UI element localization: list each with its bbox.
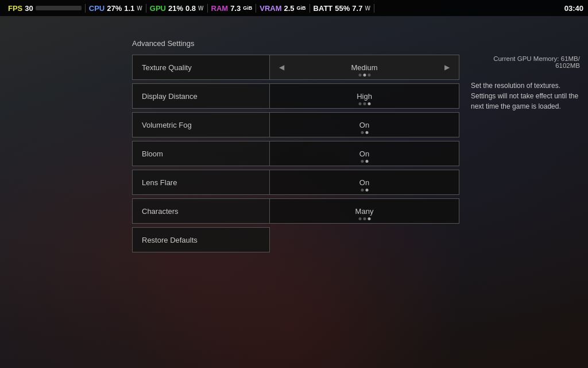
settings-row[interactable]: BloomOn [132, 141, 459, 166]
setting-value-text-1: High [357, 92, 372, 101]
hud-cpu-section: CPU 27% 1.1W [86, 4, 146, 13]
dot-indicator [365, 189, 368, 191]
setting-label-1: Display Distance [132, 83, 270, 109]
hud-gpu-section: GPU 21% 0.8W [146, 4, 208, 13]
dot-indicator [368, 102, 370, 105]
setting-value-text-0: Medium [351, 63, 377, 72]
batt-percent: 55% [335, 4, 350, 13]
dot-indicator [365, 160, 368, 163]
setting-label-5: Characters [132, 198, 270, 224]
hud-vram-section: VRAM 2.5GiB [256, 4, 310, 13]
dot-indicator [363, 102, 366, 105]
vram-unit: GiB [297, 5, 306, 11]
settings-row[interactable]: Display DistanceHigh [132, 83, 459, 109]
fps-value: 30 [25, 4, 33, 13]
setting-value-text-5: Many [355, 207, 374, 216]
gpu-memory-value: 61MB/ 6102MB [555, 55, 580, 69]
setting-value-4[interactable]: On [270, 170, 459, 195]
settings-row[interactable]: CharactersMany [132, 198, 459, 224]
dot-indicator [363, 217, 366, 220]
dot-indicator [368, 217, 370, 220]
cpu-watts: 1.1 [124, 4, 134, 13]
cpu-percent: 27% [107, 4, 122, 13]
restore-defaults-row[interactable]: Restore Defaults [132, 227, 459, 252]
hud-bar: FPS 30 CPU 27% 1.1W GPU 21% 0.8W RAM 7.3… [0, 0, 588, 16]
setting-value-text-3: On [359, 150, 369, 158]
setting-label-3: Bloom [132, 141, 270, 166]
setting-value-1[interactable]: High [270, 83, 459, 109]
batt-watts: 7.7 [352, 4, 362, 13]
restore-defaults-label[interactable]: Restore Defaults [132, 227, 270, 252]
dot-indicator [358, 74, 361, 76]
hud-batt-section: BATT 55% 7.7W [310, 4, 374, 13]
setting-label-0: Texture Quality [132, 55, 270, 80]
info-panel: Current GPU Memory: 61MB/ 6102MB Set the… [471, 39, 580, 112]
setting-value-0[interactable]: ◀Medium▶ [270, 55, 459, 80]
dot-indicator [365, 131, 368, 134]
setting-value-text-4: On [359, 178, 369, 187]
gpu-watts-unit: W [198, 5, 203, 12]
gpu-memory-display: Current GPU Memory: 61MB/ 6102MB [471, 55, 580, 69]
arrow-right-icon[interactable]: ▶ [444, 63, 450, 71]
batt-label: BATT [314, 4, 333, 13]
setting-dots-5 [358, 217, 370, 220]
dot-indicator [368, 74, 370, 76]
gpu-label: GPU [150, 4, 166, 13]
setting-value-text-2: On [359, 121, 369, 129]
fps-label: FPS [8, 4, 22, 13]
hud-ram-section: RAM 7.3GiB [208, 4, 257, 13]
ram-label: RAM [211, 4, 229, 13]
setting-dots-1 [358, 102, 370, 105]
dot-indicator [363, 74, 366, 76]
dot-indicator [361, 189, 363, 191]
settings-row[interactable]: Lens FlareOn [132, 170, 459, 195]
ram-value: 7.3 [230, 4, 241, 13]
setting-value-5[interactable]: Many [270, 198, 459, 224]
vram-value: 2.5 [284, 4, 295, 13]
cpu-label: CPU [89, 4, 105, 13]
settings-row[interactable]: Volumetric FogOn [132, 112, 459, 137]
gpu-memory-label-text: Current GPU Memory: [493, 55, 559, 62]
settings-row[interactable]: Texture Quality◀Medium▶ [132, 55, 459, 80]
setting-label-2: Volumetric Fog [132, 112, 270, 137]
settings-title: Advanced Settings [132, 39, 459, 48]
arrow-left-icon[interactable]: ◀ [279, 63, 284, 71]
hud-fps-section: FPS 30 [5, 4, 86, 13]
dot-indicator [361, 160, 363, 163]
setting-value-3[interactable]: On [270, 141, 459, 166]
setting-label-4: Lens Flare [132, 170, 270, 195]
setting-value-2[interactable]: On [270, 112, 459, 137]
setting-dots-3 [361, 160, 368, 163]
gpu-watts: 0.8 [185, 4, 196, 13]
dot-indicator [358, 102, 361, 105]
setting-dots-4 [361, 189, 368, 191]
fps-bar-container [36, 6, 82, 10]
ram-unit: GiB [243, 5, 252, 11]
gpu-percent: 21% [168, 4, 183, 13]
dot-indicator [361, 131, 363, 134]
setting-dots-0 [358, 74, 370, 76]
cpu-watts-unit: W [137, 5, 142, 12]
main-content: Advanced Settings Texture Quality◀Medium… [0, 16, 588, 368]
vram-label: VRAM [260, 4, 281, 13]
info-text: Set the resolution of textures. Settings… [471, 80, 580, 112]
dot-indicator [358, 217, 361, 220]
settings-rows: Texture Quality◀Medium▶Display DistanceH… [132, 55, 459, 224]
settings-panel: Advanced Settings Texture Quality◀Medium… [132, 39, 459, 256]
batt-watts-unit: W [365, 5, 370, 12]
setting-dots-2 [361, 131, 368, 134]
hud-time: 03:40 [564, 4, 583, 13]
